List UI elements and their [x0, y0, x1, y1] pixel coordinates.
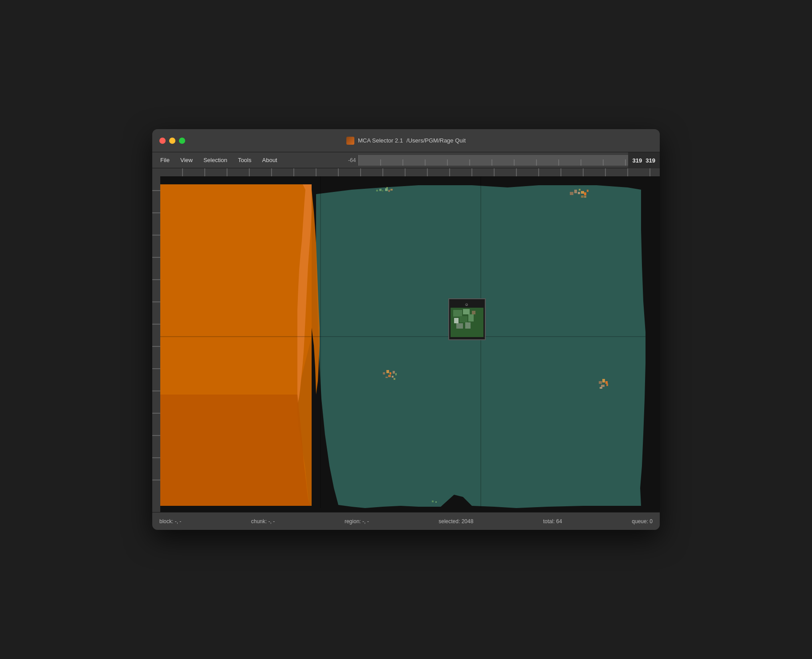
menubar: File View Selection Tools About -64 — [152, 152, 660, 168]
svg-rect-74 — [581, 191, 584, 194]
svg-rect-98 — [394, 378, 395, 380]
svg-rect-99 — [599, 381, 602, 384]
titlebar-center: MCA Selector 2.1 /Users/PGM/Rage Quit — [346, 137, 466, 145]
svg-rect-65 — [382, 190, 383, 191]
vertical-ruler-svg — [152, 168, 160, 512]
svg-rect-88 — [456, 323, 463, 329]
maximize-button[interactable] — [179, 138, 185, 144]
svg-rect-73 — [579, 189, 581, 191]
status-block: block: -, - — [159, 518, 181, 525]
svg-rect-31 — [160, 168, 660, 176]
svg-rect-93 — [393, 371, 395, 374]
svg-rect-77 — [581, 195, 584, 198]
svg-rect-86 — [454, 318, 459, 323]
svg-rect-106 — [435, 501, 437, 503]
svg-rect-82 — [453, 310, 462, 317]
coord-x-value: 319 — [631, 157, 644, 164]
svg-rect-89 — [465, 322, 471, 329]
coord-y-value: 319 — [644, 157, 657, 164]
menu-about[interactable]: About — [258, 155, 282, 165]
svg-rect-84 — [459, 316, 467, 322]
svg-rect-92 — [390, 372, 391, 374]
close-button[interactable] — [159, 138, 166, 144]
menu-selection[interactable]: Selection — [199, 155, 231, 165]
status-chunk: chunk: -, - — [251, 518, 275, 525]
svg-rect-66 — [385, 188, 388, 191]
svg-rect-83 — [463, 309, 470, 314]
svg-rect-16 — [152, 168, 160, 512]
status-total: total: 64 — [543, 518, 562, 525]
menu-view[interactable]: View — [176, 155, 197, 165]
titlebar: MCA Selector 2.1 /Users/PGM/Rage Quit — [152, 129, 660, 152]
app-title: MCA Selector 2.1 — [358, 137, 403, 144]
traffic-lights — [159, 138, 185, 144]
app-path: /Users/PGM/Rage Quit — [406, 137, 466, 144]
svg-rect-96 — [386, 377, 388, 378]
svg-rect-76 — [587, 190, 589, 192]
svg-rect-67 — [388, 190, 390, 192]
status-queue: queue: 0 — [632, 518, 653, 525]
horizontal-ruler-map — [160, 168, 660, 176]
svg-rect-104 — [600, 387, 602, 389]
svg-rect-69 — [386, 187, 388, 188]
map-svg[interactable]: ☺ — [160, 176, 660, 512]
svg-text:☺: ☺ — [464, 302, 468, 307]
ruler-svg — [358, 155, 628, 166]
svg-rect-78 — [584, 196, 586, 198]
svg-rect-87 — [472, 311, 475, 314]
menu-file[interactable]: File — [156, 155, 174, 165]
svg-marker-59 — [160, 395, 310, 506]
h-ruler-svg — [160, 168, 660, 176]
svg-rect-102 — [601, 385, 605, 387]
ruler-container: -64 — [348, 152, 660, 168]
app-icon — [346, 137, 354, 145]
svg-rect-75 — [584, 192, 586, 195]
horizontal-ruler — [358, 155, 628, 166]
map-area[interactable]: ☺ — [152, 168, 660, 512]
statusbar: block: -, - chunk: -, - region: -, - sel… — [152, 512, 660, 530]
svg-rect-64 — [379, 189, 382, 191]
menu-tools[interactable]: Tools — [233, 155, 256, 165]
vertical-ruler — [152, 168, 160, 512]
svg-rect-72 — [578, 192, 580, 194]
status-region: region: -, - — [345, 518, 369, 525]
svg-rect-91 — [386, 370, 389, 373]
svg-rect-97 — [395, 373, 397, 375]
minimize-button[interactable] — [169, 138, 175, 144]
svg-rect-105 — [432, 500, 434, 502]
svg-rect-100 — [602, 379, 605, 382]
svg-rect-70 — [570, 192, 573, 195]
svg-rect-90 — [383, 372, 385, 374]
coord-left-label: -64 — [348, 157, 356, 163]
svg-rect-85 — [468, 314, 474, 321]
coord-display: 319 319 — [628, 152, 660, 168]
main-window: MCA Selector 2.1 /Users/PGM/Rage Quit Fi… — [152, 129, 660, 530]
svg-rect-94 — [388, 375, 391, 377]
status-selected: selected: 2048 — [438, 518, 473, 525]
svg-rect-68 — [390, 189, 393, 191]
svg-rect-63 — [376, 190, 378, 191]
svg-rect-71 — [574, 190, 577, 193]
svg-rect-0 — [358, 155, 628, 166]
svg-rect-103 — [606, 383, 608, 386]
menu-items: File View Selection Tools About — [156, 155, 282, 165]
svg-rect-95 — [392, 376, 394, 378]
